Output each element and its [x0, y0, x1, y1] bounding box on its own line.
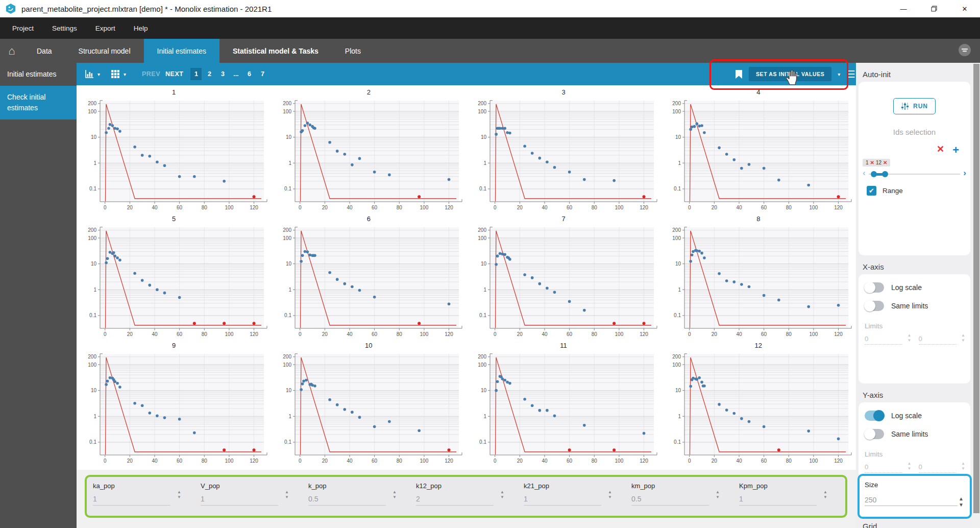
plot-type-caret-icon[interactable]: ▾: [97, 71, 100, 77]
spinner-down-icon[interactable]: ▼: [608, 495, 612, 499]
spinner-down-icon[interactable]: ▼: [961, 467, 965, 471]
page-button-...[interactable]: ...: [230, 68, 241, 80]
restore-icon[interactable]: [919, 0, 949, 17]
slider-right-chevron-icon[interactable]: ›: [963, 168, 966, 178]
spinner-up-icon[interactable]: ▲: [177, 490, 181, 494]
y-limit-max-input[interactable]: 0: [919, 463, 957, 473]
param-value-input[interactable]: 0.5: [631, 495, 709, 506]
plot-cell-11[interactable]: 112001001010.1020406080100120: [467, 339, 661, 465]
plot-cell-9[interactable]: 92001001010.1020406080100120: [77, 339, 271, 465]
x-same-limits-toggle[interactable]: [865, 301, 884, 311]
param-value-input[interactable]: 1: [93, 495, 170, 506]
param-value-input[interactable]: 0.5: [308, 495, 386, 506]
plot-cell-7[interactable]: 72001001010.1020406080100120: [467, 212, 661, 339]
spinner-up-icon[interactable]: ▲: [393, 490, 397, 494]
page-button-3[interactable]: 3: [217, 68, 228, 80]
bookmark-icon[interactable]: [735, 69, 743, 79]
prev-page-button[interactable]: PREV: [142, 70, 160, 78]
plot-cell-2[interactable]: 22001001010.1020406080100120: [272, 85, 466, 212]
y-log-scale-toggle[interactable]: [865, 411, 884, 421]
ids-range-slider[interactable]: ‹ ›: [863, 169, 966, 180]
param-value-input[interactable]: 1: [201, 495, 278, 506]
param-value-input[interactable]: 2: [416, 495, 494, 506]
menu-settings[interactable]: Settings: [46, 17, 83, 39]
tab-initial-estimates[interactable]: Initial estimates: [144, 39, 219, 63]
layout-grid-icon[interactable]: [111, 69, 120, 79]
plot-canvas[interactable]: 2001001010.1020406080100120: [467, 223, 661, 339]
x-limit-min-input[interactable]: 0: [865, 335, 902, 345]
spinner-down-icon[interactable]: ▼: [716, 495, 720, 499]
next-page-button[interactable]: NEXT: [165, 70, 183, 78]
tab-statistical-model-tasks[interactable]: Statistical model & Tasks: [219, 39, 332, 63]
plot-canvas[interactable]: 2001001010.1020406080100120: [272, 97, 466, 212]
spinner-down-icon[interactable]: ▼: [500, 495, 504, 499]
spinner-up-icon[interactable]: ▲: [823, 490, 827, 494]
plot-canvas[interactable]: 2001001010.1020406080100120: [467, 350, 661, 465]
plot-canvas[interactable]: 2001001010.1020406080100120: [272, 223, 466, 339]
slider-handle-min[interactable]: [871, 171, 877, 177]
chip-remove-icon[interactable]: ✕: [883, 160, 887, 165]
spinner-up-icon[interactable]: ▲: [959, 496, 964, 501]
sidebar-item-initial-estimates[interactable]: Initial estimates: [0, 63, 77, 86]
home-icon[interactable]: ⌂: [0, 39, 23, 63]
clear-ids-icon[interactable]: ✕: [937, 145, 944, 156]
plot-canvas[interactable]: 2001001010.1020406080100120: [467, 97, 661, 212]
plot-cell-6[interactable]: 62001001010.1020406080100120: [272, 212, 466, 339]
menu-project[interactable]: Project: [6, 17, 40, 39]
menu-export[interactable]: Export: [89, 17, 121, 39]
spinner-up-icon[interactable]: ▲: [961, 462, 965, 466]
plot-cell-5[interactable]: 52001001010.1020406080100120: [77, 212, 271, 339]
panel-scrollbar[interactable]: [973, 63, 980, 528]
y-limit-min-input[interactable]: 0: [865, 463, 902, 473]
x-log-scale-toggle[interactable]: [865, 282, 884, 293]
slider-handle-max[interactable]: [882, 171, 888, 177]
plot-canvas[interactable]: 2001001010.1020406080100120: [77, 223, 271, 339]
plot-type-icon[interactable]: [85, 69, 94, 79]
plot-cell-12[interactable]: 122001001010.1020406080100120: [661, 339, 855, 465]
plot-canvas[interactable]: 2001001010.1020406080100120: [77, 350, 271, 465]
spinner-up-icon[interactable]: ▲: [908, 462, 912, 466]
grid-size-input[interactable]: 250: [865, 496, 958, 506]
layout-grid-caret-icon[interactable]: ▾: [124, 71, 126, 77]
plot-cell-3[interactable]: 32001001010.1020406080100120: [467, 85, 661, 212]
tab-data[interactable]: Data: [23, 39, 65, 63]
minimize-icon[interactable]: —: [888, 0, 919, 17]
spinner-down-icon[interactable]: ▼: [961, 339, 965, 343]
spinner-down-icon[interactable]: ▼: [908, 467, 912, 471]
x-limit-max-input[interactable]: 0: [919, 335, 957, 345]
run-button[interactable]: RUN: [893, 98, 936, 114]
spinner-down-icon[interactable]: ▼: [177, 495, 181, 499]
plot-canvas[interactable]: 2001001010.1020406080100120: [77, 97, 271, 212]
chip-remove-icon[interactable]: ✕: [870, 160, 874, 165]
spinner-down-icon[interactable]: ▼: [823, 495, 827, 499]
plot-cell-10[interactable]: 102001001010.1020406080100120: [272, 339, 466, 465]
slider-left-chevron-icon[interactable]: ‹: [863, 168, 866, 178]
spinner-down-icon[interactable]: ▼: [908, 339, 912, 343]
plot-cell-1[interactable]: 12001001010.1020406080100120: [77, 85, 271, 212]
spinner-down-icon[interactable]: ▼: [393, 495, 397, 499]
close-icon[interactable]: ✕: [949, 0, 980, 17]
menu-help[interactable]: Help: [128, 17, 154, 39]
page-button-6[interactable]: 6: [243, 68, 255, 80]
y-same-limits-toggle[interactable]: [865, 429, 884, 439]
plot-cell-8[interactable]: 82001001010.1020406080100120: [661, 212, 855, 339]
spinner-down-icon[interactable]: ▼: [285, 495, 289, 499]
spinner-up-icon[interactable]: ▲: [961, 333, 965, 338]
page-button-1[interactable]: 1: [190, 68, 202, 80]
spinner-up-icon[interactable]: ▲: [500, 490, 504, 494]
page-button-2[interactable]: 2: [204, 68, 215, 80]
param-value-input[interactable]: 1: [524, 495, 601, 506]
chat-bubble-icon[interactable]: [958, 43, 972, 58]
tab-structural-model[interactable]: Structural model: [65, 39, 144, 63]
plot-canvas[interactable]: 2001001010.1020406080100120: [661, 223, 855, 339]
toolbar-menu-icon[interactable]: ☰: [846, 69, 855, 79]
tab-plots[interactable]: Plots: [332, 39, 374, 63]
plot-cell-4[interactable]: 42001001010.1020406080100120: [661, 85, 855, 212]
plot-canvas[interactable]: 2001001010.1020406080100120: [661, 97, 855, 212]
range-checkbox[interactable]: ✔: [867, 186, 876, 196]
spinner-up-icon[interactable]: ▲: [716, 490, 720, 494]
param-value-input[interactable]: 1: [739, 495, 817, 506]
add-ids-icon[interactable]: +: [952, 145, 959, 156]
sidebar-item-check-initial-estimates[interactable]: Check initial estimates: [0, 86, 77, 119]
scrollbar-thumb[interactable]: [973, 64, 979, 513]
